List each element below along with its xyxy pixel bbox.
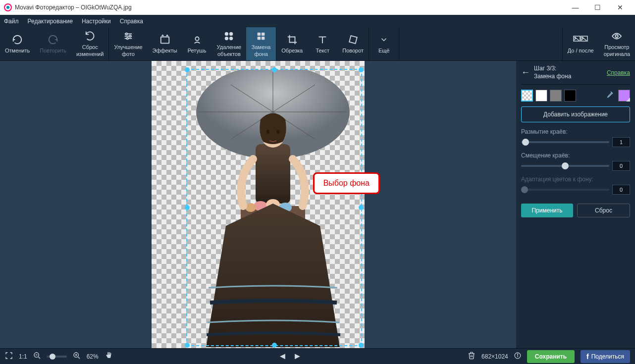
enhance-button[interactable]: Улучшение фото	[109, 27, 147, 60]
delete-icon[interactable]	[468, 352, 476, 361]
svg-rect-15	[262, 33, 265, 36]
undo-button[interactable]: Отменить	[0, 27, 35, 60]
back-arrow-icon[interactable]: ←	[521, 67, 530, 78]
background-replace-button[interactable]: Замена фона	[246, 27, 276, 60]
svg-rect-16	[258, 37, 261, 40]
undo-icon	[12, 34, 23, 46]
reset-icon	[85, 30, 96, 42]
removal-icon	[223, 30, 234, 42]
next-image-icon[interactable]: ►	[293, 351, 302, 362]
panel-title: Замена фона	[534, 73, 603, 81]
swatch-custom-color[interactable]	[618, 90, 630, 102]
rotate-button[interactable]: Поворот	[337, 27, 369, 60]
before-after-icon	[573, 34, 588, 46]
zoom-slider[interactable]	[47, 356, 67, 358]
svg-rect-8	[160, 37, 169, 43]
svg-marker-40	[626, 98, 630, 102]
svg-rect-20	[349, 36, 357, 44]
app-logo-icon	[4, 3, 12, 11]
effects-button[interactable]: Эффекты	[148, 27, 182, 60]
hand-tool-icon[interactable]	[105, 352, 112, 361]
titlebar: Movavi Фоторедактор – OIGkOtWuZQA.jpg — …	[0, 0, 635, 15]
rotate-icon	[348, 34, 359, 46]
share-button[interactable]: fПоделиться	[581, 350, 630, 363]
bottombar: 1:1 62% ◄ ► 682×1024 Сохранить fПоделить…	[0, 348, 635, 364]
close-button[interactable]: ✕	[609, 0, 631, 15]
apply-button[interactable]: Применить	[521, 204, 573, 217]
blur-label: Размытие краёв:	[521, 128, 630, 135]
info-icon[interactable]	[514, 352, 521, 361]
shift-label: Смещение краёв:	[521, 152, 630, 159]
fit-actual-button[interactable]: 1:1	[19, 353, 27, 360]
reset-button[interactable]: Сброс	[577, 204, 630, 217]
editing-image	[191, 70, 360, 347]
side-panel: ← Шаг 3/3: Замена фона Справка Добавить …	[516, 61, 635, 348]
toolbar: Отменить Повторить Сброс изменений Улучш…	[0, 27, 635, 61]
bg-replace-icon	[256, 30, 266, 42]
svg-rect-31	[256, 144, 290, 204]
adapt-label: Адаптация цветов к фону:	[521, 176, 630, 183]
minimize-button[interactable]: —	[564, 0, 586, 15]
help-link[interactable]: Справка	[607, 69, 630, 76]
maximize-button[interactable]: ☐	[586, 0, 609, 15]
shift-value[interactable]	[612, 161, 630, 171]
view-original-button[interactable]: Просмотр оригинала	[599, 27, 635, 60]
prev-image-icon[interactable]: ◄	[278, 351, 287, 362]
add-image-button[interactable]: Добавить изображение	[521, 106, 630, 122]
menu-settings[interactable]: Настройки	[82, 18, 111, 25]
canvas-area[interactable]: Выбор фона	[0, 61, 516, 348]
text-icon	[317, 34, 328, 46]
more-button[interactable]: Ещё	[369, 27, 399, 60]
blur-slider[interactable]	[521, 141, 609, 143]
before-after-button[interactable]: До / после	[563, 27, 599, 60]
redo-icon	[48, 34, 58, 46]
retouch-button[interactable]: Ретушь	[182, 27, 212, 60]
swatch-black[interactable]	[564, 90, 576, 102]
menu-file[interactable]: Файл	[4, 18, 19, 25]
svg-rect-14	[258, 33, 261, 36]
save-button[interactable]: Сохранить	[527, 350, 575, 363]
chevron-down-icon	[379, 34, 388, 46]
redo-button[interactable]: Повторить	[35, 27, 71, 60]
effects-icon	[159, 34, 170, 46]
svg-point-33	[266, 130, 269, 134]
swatch-transparent[interactable]	[521, 90, 533, 102]
svg-point-13	[229, 37, 233, 40]
adapt-slider	[521, 189, 609, 191]
facebook-icon: f	[586, 353, 589, 361]
swatch-white[interactable]	[535, 90, 547, 102]
svg-point-34	[276, 130, 279, 134]
crop-icon	[287, 34, 298, 46]
svg-point-11	[229, 32, 233, 36]
menubar: Файл Редактирование Настройки Справка	[0, 15, 635, 27]
eyedropper-icon[interactable]	[604, 90, 616, 102]
zoom-out-icon[interactable]	[33, 352, 41, 361]
svg-point-7	[126, 38, 128, 40]
shift-slider[interactable]	[521, 165, 609, 167]
crop-button[interactable]: Обрезка	[276, 27, 308, 60]
svg-point-1	[6, 6, 9, 9]
object-removal-button[interactable]: Удаление объектов	[212, 27, 247, 60]
svg-point-12	[225, 37, 228, 40]
window-title: Movavi Фоторедактор – OIGkOtWuZQA.jpg	[15, 4, 132, 11]
zoom-percentage: 62%	[87, 353, 99, 360]
svg-point-5	[126, 33, 128, 35]
reset-changes-button[interactable]: Сброс изменений	[71, 27, 108, 60]
enhance-icon	[123, 30, 134, 42]
svg-point-24	[582, 37, 583, 38]
svg-line-45	[78, 357, 79, 359]
svg-point-9	[195, 37, 199, 40]
svg-point-6	[129, 35, 131, 37]
blur-value[interactable]	[612, 137, 630, 147]
menu-help[interactable]: Справка	[120, 18, 143, 25]
svg-line-42	[38, 357, 40, 359]
text-button[interactable]: Текст	[308, 27, 337, 60]
svg-point-25	[616, 35, 619, 38]
swatch-gray[interactable]	[550, 90, 562, 102]
svg-point-23	[575, 37, 576, 38]
fullscreen-icon[interactable]	[5, 352, 13, 361]
zoom-in-icon[interactable]	[73, 352, 81, 361]
callout-text: Выбор фона	[323, 179, 370, 187]
menu-edit[interactable]: Редактирование	[28, 18, 73, 25]
svg-rect-17	[262, 37, 265, 40]
